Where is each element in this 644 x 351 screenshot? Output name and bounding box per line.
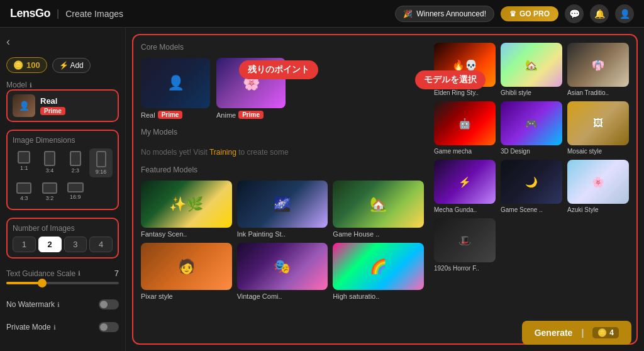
- guidance-slider-track[interactable]: [6, 282, 119, 284]
- dim-label-3-4: 3:4: [46, 167, 54, 174]
- gamescene-image: 🌙: [501, 160, 562, 204]
- bottom-bar: Generate | 🪙 4: [522, 321, 631, 345]
- right-gundam[interactable]: ⚡ Mecha Gunda..: [434, 160, 496, 213]
- core-real-badge: Prime: [158, 111, 183, 119]
- ink-art: 🌌: [237, 181, 328, 228]
- no-watermark-info-icon: ℹ: [57, 301, 60, 308]
- winners-button[interactable]: 🎉 Winners Announced!: [395, 6, 494, 22]
- dim-3-4[interactable]: 3:4: [38, 148, 62, 177]
- ghibli-art: 🏡: [501, 43, 562, 87]
- dim-4-3[interactable]: 4:3: [13, 180, 36, 204]
- right-ghibli[interactable]: 🏡 Ghibli style: [501, 43, 562, 96]
- no-watermark-row: No Watermark ℹ: [6, 297, 119, 312]
- featured-pixar[interactable]: 🧑 Pixar style: [141, 243, 232, 300]
- mecha-art: 🤖: [434, 101, 496, 145]
- right-horror[interactable]: 🎩 1920s Horror F..: [434, 218, 496, 272]
- featured-ink[interactable]: 🌌 Ink Painting St..: [237, 181, 328, 238]
- featured-highsat[interactable]: 🌈 High saturatio..: [333, 243, 424, 300]
- pixar-image: 🧑: [141, 243, 232, 290]
- num-1-button[interactable]: 1: [13, 237, 36, 252]
- dim-16-9[interactable]: 16:9: [64, 180, 87, 204]
- header-right: 🎉 Winners Announced! ♛ GO PRO 💬 🔔 👤: [395, 4, 634, 23]
- gundam-image: ⚡: [434, 160, 496, 204]
- dim-label-3-2: 3:2: [46, 195, 54, 201]
- num-images-section: Number of Images 1 2 3 4: [6, 218, 119, 259]
- core-models-title: Core Models: [141, 43, 424, 52]
- elden-art: 🔥💀: [434, 43, 496, 87]
- right-asian[interactable]: 👘 Asian Traditio..: [567, 43, 629, 96]
- points-value: 100: [26, 60, 40, 70]
- right-elden[interactable]: 🔥💀 Elden Ring Sty..: [434, 43, 496, 96]
- cost-icon: 🪙: [597, 328, 607, 337]
- gamehouse-label: Game House ..: [333, 230, 424, 238]
- no-watermark-toggle[interactable]: [99, 299, 119, 309]
- ghibli-image: 🏡: [501, 43, 562, 87]
- model-section: Model ℹ 👤 Real Prime: [6, 81, 119, 122]
- go-pro-button[interactable]: ♛ GO PRO: [501, 6, 558, 21]
- points-row: 🪙 100 ⚡ Add: [6, 57, 119, 73]
- core-model-anime[interactable]: 🌸 Anime Prime: [216, 58, 286, 119]
- featured-models-title: Featured Models: [141, 165, 424, 174]
- right-mosaic[interactable]: 🖼 Mosaic style: [567, 101, 629, 155]
- generate-button[interactable]: Generate | 🪙 4: [522, 321, 631, 345]
- pixar-art: 🧑: [141, 243, 232, 290]
- num-3-button[interactable]: 3: [64, 237, 87, 252]
- right-mecha[interactable]: 🤖 Game mecha: [434, 101, 496, 155]
- avatar[interactable]: 👤: [615, 4, 634, 23]
- back-button[interactable]: ‹: [6, 34, 119, 50]
- go-pro-icon: ♛: [509, 9, 516, 18]
- fantasy-image: ✨🌿: [141, 181, 232, 228]
- right-gamescene[interactable]: 🌙 Game Scene ..: [501, 160, 562, 213]
- dim-2-3[interactable]: 2:3: [64, 148, 87, 177]
- num-4-button[interactable]: 4: [89, 237, 113, 252]
- model-selector[interactable]: 👤 Real Prime: [6, 89, 119, 122]
- dim-1-1[interactable]: 1:1: [13, 148, 36, 177]
- model-info-icon: ℹ: [30, 82, 32, 89]
- right-azuki[interactable]: 🌸 Azuki Style: [567, 160, 629, 213]
- right-3d[interactable]: 🎮 3D Design: [501, 101, 562, 155]
- dim-3-2[interactable]: 3:2: [38, 180, 62, 204]
- header-separator: |: [57, 8, 59, 20]
- winners-label: Winners Announced!: [416, 9, 486, 18]
- gundam-label: Mecha Gunda..: [434, 206, 496, 213]
- private-mode-label: Private Mode ℹ: [6, 323, 56, 332]
- no-watermark-knob: [100, 301, 108, 308]
- points-badge: 🪙 100: [6, 57, 47, 73]
- featured-gamehouse[interactable]: 🏡 Game House ..: [333, 181, 424, 238]
- dim-icon-2-3: [70, 151, 81, 166]
- ink-image: 🌌: [237, 181, 328, 228]
- header-left: LensGo | Create Images: [10, 7, 123, 20]
- dim-9-16[interactable]: 9:16: [89, 148, 113, 177]
- notifications-button[interactable]: 🔔: [590, 4, 609, 23]
- gundam-art: ⚡: [434, 160, 496, 204]
- core-model-real[interactable]: 👤 Real Prime: [141, 58, 210, 119]
- 3d-art: 🎮: [501, 101, 562, 145]
- core-anime-image: 🌸: [216, 58, 286, 108]
- vintage-label: Vintage Comi..: [237, 292, 328, 300]
- num-2-button[interactable]: 2: [38, 237, 62, 252]
- real-thumb-art: 👤: [141, 58, 210, 108]
- featured-vintage[interactable]: 🎭 Vintage Comi..: [237, 243, 328, 300]
- dim-label-16-9: 16:9: [70, 194, 81, 200]
- model-info: Real Prime: [40, 96, 65, 115]
- mosaic-label: Mosaic style: [567, 148, 629, 155]
- gamescene-art: 🌙: [501, 160, 562, 204]
- azuki-art: 🌸: [567, 160, 629, 204]
- elden-image: 🔥💀: [434, 43, 496, 87]
- guidance-slider-thumb[interactable]: [38, 279, 47, 287]
- featured-fantasy[interactable]: ✨🌿 Fantasy Scen..: [141, 181, 232, 238]
- private-mode-info-icon: ℹ: [53, 324, 56, 331]
- generate-cost: 🪙 4: [592, 327, 619, 338]
- horror-image: 🎩: [434, 218, 496, 262]
- dim-icon-16-9: [67, 182, 84, 192]
- gamehouse-art: 🏡: [333, 181, 424, 228]
- cost-value: 4: [609, 328, 614, 337]
- winners-icon: 🎉: [403, 9, 413, 18]
- discord-button[interactable]: 💬: [565, 4, 584, 23]
- dim-icon-3-4: [44, 151, 55, 166]
- private-mode-toggle[interactable]: [99, 322, 119, 332]
- training-link[interactable]: Training: [209, 148, 236, 157]
- dim-icon-4-3: [16, 182, 31, 194]
- elden-label: Elden Ring Sty..: [434, 89, 496, 96]
- add-points-button[interactable]: ⚡ Add: [52, 58, 91, 73]
